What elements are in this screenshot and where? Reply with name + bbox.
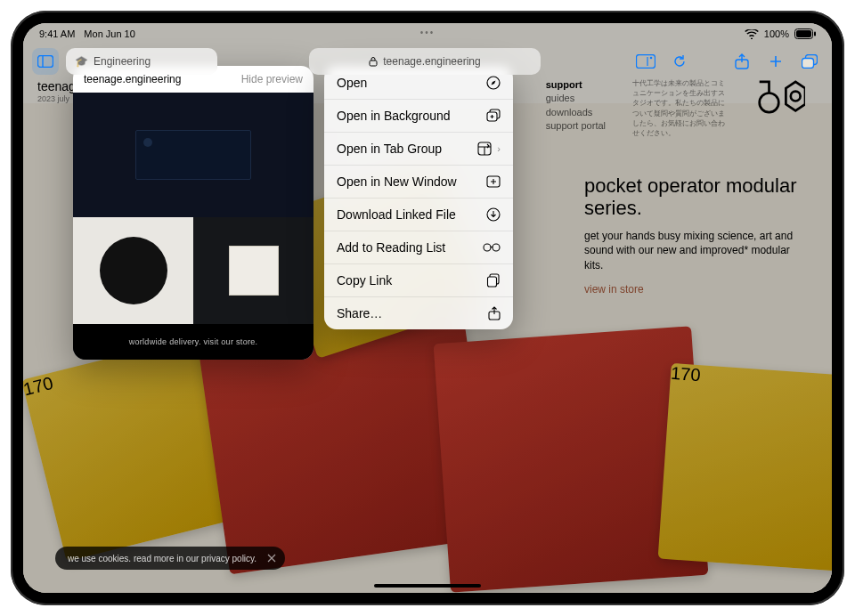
menu-item-label: Open in Tab Group [337,142,442,156]
preview-product-row [73,93,314,217]
address-text: teenage.engineering [383,55,480,68]
home-indicator[interactable] [374,584,481,588]
svg-rect-12 [802,59,814,69]
plus-icon [769,54,783,69]
status-time: 9:41 AM [39,28,75,39]
status-bar: 9:41 AM Mon Jun 10 ••• 100% [23,23,832,45]
tab-pill[interactable]: 🎓 Engineering [66,48,217,75]
preview-cell [73,217,193,324]
svg-rect-8 [637,55,656,69]
tabs-overview-button[interactable] [796,48,823,75]
menu-item-open-new-window[interactable]: Open in New Window [324,165,513,198]
multitask-dots-icon[interactable]: ••• [420,28,436,37]
cookie-text: we use cookies. read more in our privacy… [68,554,256,563]
reload-icon [672,54,687,69]
sidebar-icon [37,55,53,68]
download-icon [486,207,501,222]
tab-title: Engineering [94,55,151,68]
close-icon [267,554,276,563]
preview-disc-thumbnail [100,237,167,304]
preview-cell [193,217,314,324]
screen: support guides downloads support portal … [23,23,832,593]
stack-plus-icon [486,109,501,123]
preview-amp-thumbnail [135,130,251,180]
window-plus-icon [486,174,501,189]
preview-product-row [73,217,314,324]
copy-link-icon [486,273,501,288]
link-preview-popover: teenage.engineering Hide preview worldwi… [73,66,314,360]
cookie-banner[interactable]: we use cookies. read more in our privacy… [55,547,285,570]
menu-item-reading-list[interactable]: Add to Reading List [324,231,513,263]
svg-rect-5 [38,56,53,68]
preview-body[interactable]: worldwide delivery. visit our store. [73,93,314,360]
svg-rect-7 [370,61,377,66]
tab-group-icon: › [477,142,501,156]
share-button[interactable] [729,48,755,75]
menu-item-open-background[interactable]: Open in Background [324,99,513,132]
menu-item-share[interactable]: Share… [324,296,513,329]
address-bar[interactable]: teenage.engineering [309,48,541,75]
safari-toolbar: 🎓 Engineering teenage.engineering [23,45,832,78]
tab-favicon-icon: 🎓 [75,55,88,68]
menu-item-copy-link[interactable]: Copy Link [324,263,513,296]
menu-item-label: Open in Background [337,109,451,123]
menu-item-label: Open in New Window [337,174,457,189]
share-up-icon [488,306,501,320]
status-date: Mon Jun 10 [84,28,134,39]
new-tab-button[interactable] [762,48,789,75]
menu-item-label: Download Linked File [337,207,456,222]
svg-rect-4 [814,32,816,36]
svg-rect-3 [796,30,811,37]
preview-footer: worldwide delivery. visit our store. [73,324,314,360]
battery-icon [794,28,816,39]
menu-item-label: Add to Reading List [337,240,445,255]
svg-point-20 [493,244,500,251]
cookie-close-button[interactable] [267,554,276,563]
reload-button[interactable] [666,48,693,75]
reader-button[interactable] [632,48,659,75]
svg-rect-22 [488,277,497,287]
menu-item-download-linked-file[interactable]: Download Linked File [324,198,513,231]
link-context-menu: Open Open in Background Open in Tab Grou… [324,66,513,329]
ipad-frame: support guides downloads support portal … [11,11,844,605]
svg-point-9 [650,57,653,60]
preview-cube-thumbnail [229,246,279,296]
glasses-icon [483,243,501,252]
sidebar-button[interactable] [32,48,59,75]
reader-icon [636,54,656,69]
menu-item-label: Share… [337,306,382,320]
wifi-icon [745,29,759,39]
share-icon [735,53,749,69]
lock-icon [369,56,378,67]
tabs-icon [802,54,818,69]
menu-item-label: Copy Link [337,273,392,288]
battery-text: 100% [764,28,789,39]
menu-item-open-tab-group[interactable]: Open in Tab Group › [324,132,513,165]
svg-point-19 [484,244,491,251]
chevron-right-icon: › [497,143,501,154]
